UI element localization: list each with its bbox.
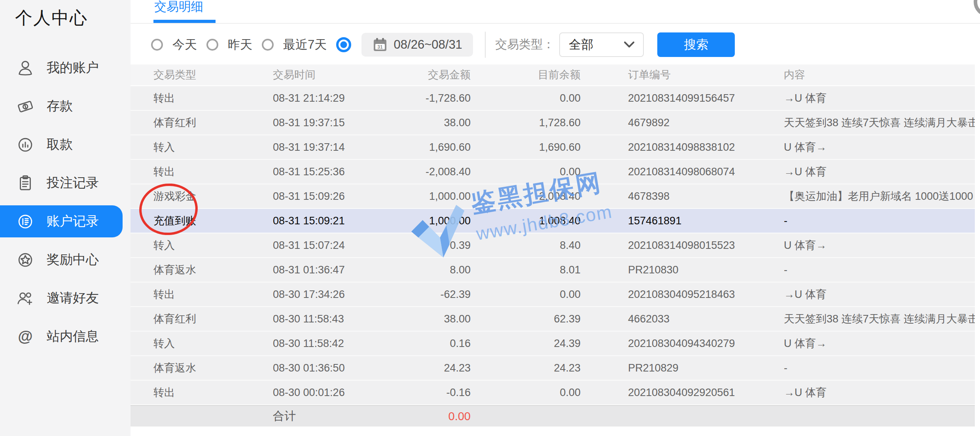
cell-content: →U 体育 xyxy=(784,165,975,179)
cell-order: 202108314098838102 xyxy=(581,141,784,154)
sidebar-item-site-messages[interactable]: @ 站内信息 xyxy=(0,317,131,356)
radio-custom-range-selected[interactable] xyxy=(336,37,351,52)
footer-total-label: 合计 xyxy=(273,408,399,424)
radio-yesterday[interactable]: 昨天 xyxy=(206,36,252,53)
cell-type: 转出 xyxy=(131,91,273,105)
cell-time: 08-30 11:58:42 xyxy=(273,337,399,350)
radio-last-7-days[interactable]: 最近7天 xyxy=(262,36,327,53)
cell-balance: 1,008.40 xyxy=(471,215,581,227)
cell-time: 08-31 15:09:26 xyxy=(273,190,399,203)
cell-content: - xyxy=(784,362,975,374)
select-value: 全部 xyxy=(569,36,593,53)
table-row: 转出 08-31 21:14:29 -1,728.60 0.00 2021083… xyxy=(131,86,975,111)
sidebar-item-reward-center[interactable]: 奖励中心 xyxy=(0,241,131,279)
table-row: 转入 08-31 15:07:24 0.39 8.40 202108314098… xyxy=(131,233,975,258)
cell-time: 08-31 19:37:14 xyxy=(273,141,399,154)
sidebar-item-withdraw[interactable]: 取款 xyxy=(0,125,131,164)
table-row: 体育红利 08-31 19:37:15 38.00 1,728.60 46798… xyxy=(131,111,975,135)
cell-amount: 1,690.60 xyxy=(399,141,471,154)
sidebar-item-deposit[interactable]: 存款 xyxy=(0,87,131,125)
sidebar-item-invite-friends[interactable]: 邀请好友 xyxy=(0,279,131,317)
col-header-amount: 交易金额 xyxy=(399,68,471,82)
page-title: 个人中心 xyxy=(15,6,88,30)
banknote-icon xyxy=(16,97,35,116)
svg-text:@: @ xyxy=(18,328,32,345)
filter-bar: 今天 昨天 最近7天 31 08/26~08/31 交易类型： 全部 搜索 xyxy=(131,25,980,64)
cell-balance: 2,008.40 xyxy=(471,190,581,203)
cell-type: 转出 xyxy=(131,165,273,179)
sidebar-item-label: 投注记录 xyxy=(47,174,99,192)
col-header-order: 订单编号 xyxy=(581,68,784,82)
cell-type: 转出 xyxy=(131,287,273,301)
withdraw-icon xyxy=(16,135,35,154)
transaction-type-select[interactable]: 全部 xyxy=(559,32,644,57)
date-range-picker[interactable]: 31 08/26~08/31 xyxy=(361,33,473,57)
transaction-type-label: 交易类型： xyxy=(495,36,554,53)
cell-balance: 1,728.60 xyxy=(471,117,581,129)
sidebar-item-label: 站内信息 xyxy=(47,328,99,345)
search-button[interactable]: 搜索 xyxy=(657,32,735,57)
cell-time: 08-31 15:07:24 xyxy=(273,239,399,252)
cell-order: 202108304095218463 xyxy=(581,288,784,301)
cell-balance: 1,690.60 xyxy=(471,141,581,154)
active-tab-underline xyxy=(153,20,216,23)
cell-type: 转出 xyxy=(131,385,273,400)
cell-time: 08-30 00:01:26 xyxy=(273,387,399,399)
radio-today[interactable]: 今天 xyxy=(151,36,197,53)
cell-content: 天天签到38 连续7天惊喜 连续满月大暴击 xyxy=(784,116,975,130)
cell-balance: 0.00 xyxy=(471,288,581,301)
cell-amount: -2,008.40 xyxy=(399,166,471,178)
cell-balance: 24.39 xyxy=(471,337,581,350)
cell-type: 体育红利 xyxy=(131,116,273,130)
cell-amount: 1,000.00 xyxy=(399,215,471,227)
table-row: 充值到账 08-31 15:09:21 1,000.00 1,008.40 15… xyxy=(131,209,975,233)
cell-time: 08-30 17:34:26 xyxy=(273,288,399,301)
table-row: 转入 08-31 19:37:14 1,690.60 1,690.60 2021… xyxy=(131,135,975,160)
sidebar-item-my-account[interactable]: 我的账户 xyxy=(0,49,131,87)
table-row: 体育返水 08-31 01:36:47 8.00 8.01 PR210830 - xyxy=(131,258,975,282)
cell-balance: 8.01 xyxy=(471,264,581,276)
sidebar-item-bet-records[interactable]: 投注记录 xyxy=(0,164,131,202)
cell-amount: -0.16 xyxy=(399,387,471,399)
cell-order: 202108314098068074 xyxy=(581,166,784,178)
at-sign-icon: @ xyxy=(16,327,35,346)
cell-balance: 24.23 xyxy=(471,362,581,374)
account-records-icon xyxy=(16,212,35,231)
cell-type: 体育返水 xyxy=(131,361,273,375)
cell-type: 转入 xyxy=(131,336,273,351)
cell-order: 4662033 xyxy=(581,313,784,325)
cell-content: →U 体育 xyxy=(784,91,975,105)
date-range-value: 08/26~08/31 xyxy=(394,38,462,52)
cell-order: 157461891 xyxy=(581,215,784,227)
sidebar-menu: 我的账户 存款 取款 投注记录 账户记录 奖励中心 邀请好友 @ 站内信息 xyxy=(0,49,131,356)
cell-balance: 0.00 xyxy=(471,166,581,178)
transactions-table: 交易类型 交易时间 交易金额 目前余额 订单编号 内容 转出 08-31 21:… xyxy=(131,64,975,427)
radio-circle xyxy=(206,39,218,51)
reward-star-icon xyxy=(16,250,35,269)
clipboard-icon xyxy=(16,174,35,193)
tab-transaction-details[interactable]: 交易明细 xyxy=(154,0,203,15)
cell-type: 转入 xyxy=(131,140,273,154)
sidebar-item-label: 账户记录 xyxy=(47,212,99,230)
col-header-time: 交易时间 xyxy=(273,68,399,82)
sidebar-item-label: 我的账户 xyxy=(47,59,99,77)
sidebar-item-account-records[interactable]: 账户记录 xyxy=(0,205,123,237)
cell-order: PR210829 xyxy=(581,362,784,374)
cell-content: - xyxy=(784,264,975,276)
cell-order: 202108314098015523 xyxy=(581,239,784,252)
col-header-balance: 目前余额 xyxy=(471,68,581,82)
cell-order: 202108304094340279 xyxy=(581,337,784,350)
radio-circle xyxy=(262,39,274,51)
cell-content: →U 体育 xyxy=(784,385,975,400)
cell-order: 4679892 xyxy=(581,117,784,129)
cell-time: 08-31 01:36:47 xyxy=(273,264,399,276)
radio-label: 昨天 xyxy=(228,36,252,53)
sidebar: 个人中心 我的账户 存款 取款 投注记录 账户记录 奖励中心 邀请好友 @ 站内… xyxy=(0,0,131,436)
cell-content: U 体育→ xyxy=(784,140,975,154)
cell-content: U 体育→ xyxy=(784,238,975,252)
sidebar-item-label: 邀请好友 xyxy=(47,289,99,307)
cell-amount: 38.00 xyxy=(399,117,471,129)
chevron-down-icon xyxy=(624,42,634,48)
cell-type: 充值到账 xyxy=(131,214,273,228)
sidebar-item-label: 取款 xyxy=(47,136,73,154)
